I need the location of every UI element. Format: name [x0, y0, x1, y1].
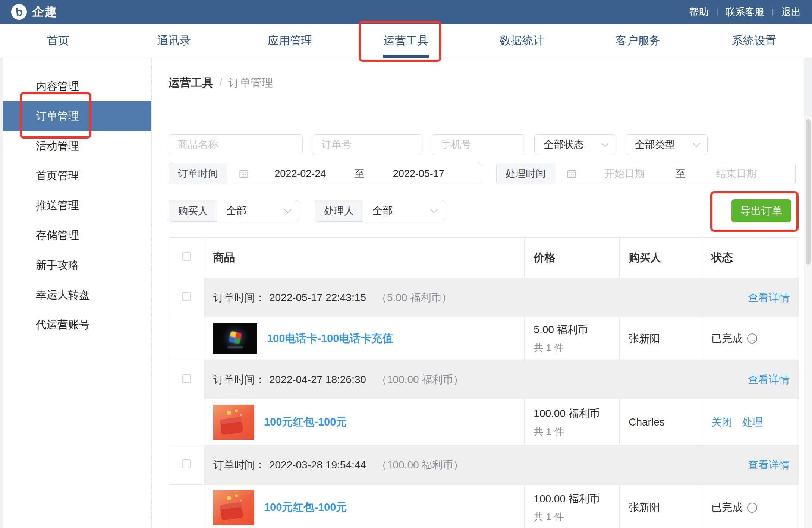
nav-tab-customer-service[interactable]: 客户服务 [580, 24, 696, 58]
main-panel: 运营工具 / 订单管理 全部状态 全部类型 订单时间 [152, 58, 804, 528]
order-group-cell: 订单时间：2022-05-17 22:43:15（5.00 福利币）查看详情 [204, 278, 799, 317]
sidebar-item-agent-account[interactable]: 代运营账号 [3, 310, 151, 340]
sidebar: 内容管理订单管理活动管理首页管理推送管理存储管理新手攻略幸运大转盘代运营账号 [3, 58, 152, 528]
order-checkbox[interactable] [182, 292, 191, 301]
status-actions: 关闭处理 [711, 415, 799, 429]
order-time-value: 2022-04-27 18:26:30 [269, 374, 366, 386]
ellipsis-circle-icon[interactable]: … [747, 503, 757, 513]
status-cell: 关闭处理 [702, 399, 799, 445]
status-select[interactable]: 全部状态 [534, 134, 616, 155]
select-all-checkbox[interactable] [182, 252, 191, 261]
main-nav: 首页通讯录应用管理运营工具数据统计客户服务系统设置 [0, 24, 812, 58]
product-info: 100电话卡-100电话卡充值 [213, 323, 515, 354]
nav-tab-operations[interactable]: 运营工具 [348, 24, 464, 58]
chevron-down-icon [601, 140, 609, 147]
contact-support-link[interactable]: 联系客服 [726, 6, 764, 19]
table-header-row: 商品 价格 购买人 状态 [169, 238, 799, 278]
nav-tab-contacts[interactable]: 通讯录 [116, 24, 232, 58]
buyer-filter: 购买人 全部 [169, 200, 299, 222]
sidebar-item-orders[interactable]: 订单管理 [3, 101, 151, 131]
range-to-label: 至 [352, 167, 368, 180]
order-no-input[interactable] [312, 134, 422, 155]
col-header-price: 价格 [525, 238, 620, 278]
order-time-value: 2022-05-17 22:43:15 [269, 292, 366, 304]
buyer-select-value: 全部 [226, 204, 246, 217]
order-checkbox[interactable] [182, 374, 191, 383]
product-name-link[interactable]: 100电话卡-100电话卡充值 [267, 331, 393, 346]
nav-tab-data-stats[interactable]: 数据统计 [464, 24, 580, 58]
order-amount: （5.00 福利币） [377, 291, 452, 305]
breadcrumb-section[interactable]: 运营工具 [169, 75, 213, 91]
brand-name: 企趣 [32, 4, 57, 20]
order-time-label: 订单时间 [169, 163, 227, 184]
type-select[interactable]: 全部类型 [626, 134, 708, 155]
price-cell: 5.00 福利币共 1 件 [525, 317, 620, 360]
order-group-cell: 订单时间：2022-03-28 19:54:44（100.00 福利币）查看详情 [204, 445, 799, 485]
order-group-row: 订单时间：2022-05-17 22:43:15（5.00 福利币）查看详情 [169, 278, 799, 317]
nav-tab-app-management[interactable]: 应用管理 [232, 24, 348, 58]
order-time-label: 订单时间： [213, 458, 265, 472]
scrollbar-thumb[interactable] [806, 119, 811, 265]
order-checkbox[interactable] [182, 459, 191, 468]
order-time-label: 订单时间： [213, 291, 265, 305]
buyer-label: 购买人 [169, 200, 217, 222]
quantity-value: 共 1 件 [534, 510, 619, 524]
product-checkbox-cell [169, 317, 204, 360]
price-cell: 100.00 福利币共 1 件 [525, 485, 620, 528]
price-value: 5.00 福利币 [534, 323, 619, 337]
handler-filter: 处理人 全部 [315, 200, 445, 222]
process-order-link[interactable]: 处理 [742, 415, 763, 429]
separator: | [716, 7, 718, 17]
product-name-input[interactable] [169, 134, 303, 155]
sidebar-item-content[interactable]: 内容管理 [3, 72, 151, 101]
close-order-link[interactable]: 关闭 [711, 415, 732, 429]
order-time-value: 2022-03-28 19:54:44 [269, 459, 366, 471]
sidebar-item-homepage[interactable]: 首页管理 [3, 161, 151, 191]
nav-tab-home[interactable]: 首页 [0, 24, 116, 58]
order-checkbox-cell [169, 360, 204, 399]
range-to-label: 至 [673, 167, 689, 180]
view-details-link[interactable]: 查看详情 [748, 291, 790, 305]
phone-input[interactable] [432, 134, 525, 155]
breadcrumb-separator: / [219, 76, 222, 89]
view-details-link[interactable]: 查看详情 [748, 373, 790, 387]
status-text: 已完成 [711, 332, 743, 346]
sidebar-item-storage[interactable]: 存储管理 [3, 221, 151, 250]
export-orders-button[interactable]: 导出订单 [731, 199, 791, 222]
order-amount: （100.00 福利币） [377, 373, 463, 387]
status-select-value: 全部状态 [544, 138, 584, 151]
order-group-row: 订单时间：2022-04-27 18:26:30（100.00 福利币）查看详情 [169, 360, 799, 399]
topbar-links: 帮助 | 联系客服 | 退出 [689, 6, 801, 19]
product-thumbnail-red-envelope [213, 405, 254, 440]
handler-select[interactable]: 全部 [363, 200, 445, 221]
product-name-link[interactable]: 100元红包-100元 [264, 500, 347, 515]
breadcrumb-page: 订单管理 [228, 75, 273, 91]
sidebar-item-push[interactable]: 推送管理 [3, 191, 151, 221]
chevron-down-icon [693, 140, 700, 147]
ellipsis-circle-icon[interactable]: … [747, 333, 757, 344]
logout-link[interactable]: 退出 [781, 6, 801, 19]
process-time-picker[interactable]: 开始日期 至 结束日期 [555, 163, 796, 184]
order-time-label: 订单时间： [213, 373, 265, 387]
sidebar-item-activities[interactable]: 活动管理 [3, 131, 151, 161]
process-time-label: 处理时间 [496, 163, 555, 184]
order-time-range: 订单时间 2022-02-24 至 2022-05-17 [169, 163, 481, 184]
product-thumbnail-red-envelope [213, 490, 254, 525]
order-time-picker[interactable]: 2022-02-24 至 2022-05-17 [227, 163, 481, 184]
buyer-select[interactable]: 全部 [217, 200, 299, 221]
calendar-icon [239, 168, 249, 179]
status-cell: 已完成… [702, 317, 799, 360]
sidebar-item-beginner-guide[interactable]: 新手攻略 [3, 250, 151, 280]
product-name-link[interactable]: 100元红包-100元 [264, 415, 347, 430]
filter-row-1: 全部状态 全部类型 [169, 134, 804, 155]
help-link[interactable]: 帮助 [689, 6, 709, 19]
nav-tab-system-settings[interactable]: 系统设置 [696, 24, 812, 58]
product-info: 100元红包-100元 [213, 490, 515, 525]
chevron-down-icon [284, 206, 292, 213]
product-thumbnail-phone-card-dark [213, 323, 257, 354]
brand-logo-icon: b [11, 4, 27, 20]
product-row: 100电话卡-100电话卡充值5.00 福利币共 1 件张新阳已完成… [169, 317, 799, 360]
chevron-down-icon [430, 206, 438, 213]
view-details-link[interactable]: 查看详情 [748, 458, 790, 472]
sidebar-item-lucky-wheel[interactable]: 幸运大转盘 [3, 280, 151, 310]
